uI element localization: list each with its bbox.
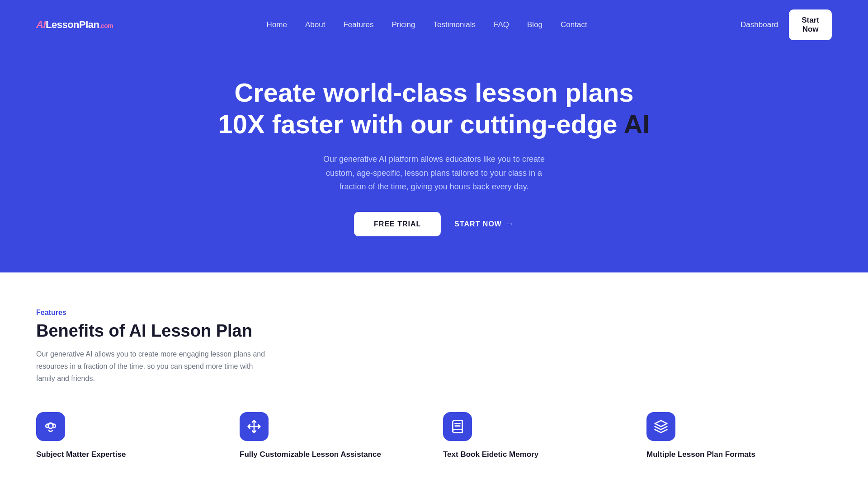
move-icon — [247, 419, 261, 434]
logo[interactable]: AILessonPlan.com — [36, 19, 113, 31]
nav-about[interactable]: About — [305, 20, 325, 29]
nav-testimonials[interactable]: Testimonials — [433, 20, 476, 29]
hero-headline: Create world-class lesson plans 10X fast… — [18, 77, 850, 140]
memory-title: Text Book Eidetic Memory — [443, 449, 538, 460]
layers-icon — [654, 419, 668, 434]
feature-card-customizable: Fully Customizable Lesson Assistance — [240, 412, 425, 460]
nav-contact[interactable]: Contact — [561, 20, 587, 29]
dashboard-link[interactable]: Dashboard — [741, 20, 778, 29]
formats-icon-container — [646, 412, 675, 441]
customizable-icon-container — [240, 412, 269, 441]
start-now-link[interactable]: START NOW → — [454, 219, 514, 229]
features-label: Features — [36, 309, 832, 317]
feature-card-expertise: Subject Matter Expertise — [36, 412, 222, 460]
brain-icon — [43, 419, 58, 434]
expertise-title: Subject Matter Expertise — [36, 449, 126, 460]
feature-card-formats: Multiple Lesson Plan Formats — [646, 412, 832, 460]
expertise-icon-container — [36, 412, 65, 441]
hero-section: Create world-class lesson plans 10X fast… — [0, 50, 868, 272]
hero-buttons: FREE TRIAL START NOW → — [18, 212, 850, 236]
svg-marker-5 — [655, 420, 667, 426]
main-nav: Home About Features Pricing Testimonials… — [267, 20, 587, 29]
hero-description: Our generative AI platform allows educat… — [312, 152, 556, 194]
nav-features[interactable]: Features — [343, 20, 373, 29]
features-description: Our generative AI allows you to create m… — [36, 348, 271, 385]
arrow-icon: → — [505, 219, 514, 229]
features-title: Benefits of AI Lesson Plan — [36, 321, 832, 341]
header-actions: Dashboard StartNow — [741, 9, 832, 41]
formats-title: Multiple Lesson Plan Formats — [646, 449, 755, 460]
nav-blog[interactable]: Blog — [527, 20, 542, 29]
nav-home[interactable]: Home — [267, 20, 287, 29]
book-icon — [450, 419, 465, 434]
free-trial-button[interactable]: FREE TRIAL — [354, 212, 441, 236]
nav-pricing[interactable]: Pricing — [392, 20, 415, 29]
memory-icon-container — [443, 412, 472, 441]
feature-cards-grid: Subject Matter Expertise Fully Customiza… — [36, 412, 832, 460]
features-section: Features Benefits of AI Lesson Plan Our … — [0, 272, 868, 487]
header: AILessonPlan.com Home About Features Pri… — [0, 0, 868, 50]
feature-card-memory: Text Book Eidetic Memory — [443, 412, 628, 460]
customizable-title: Fully Customizable Lesson Assistance — [240, 449, 381, 460]
nav-faq[interactable]: FAQ — [494, 20, 509, 29]
start-now-button[interactable]: StartNow — [789, 9, 832, 41]
